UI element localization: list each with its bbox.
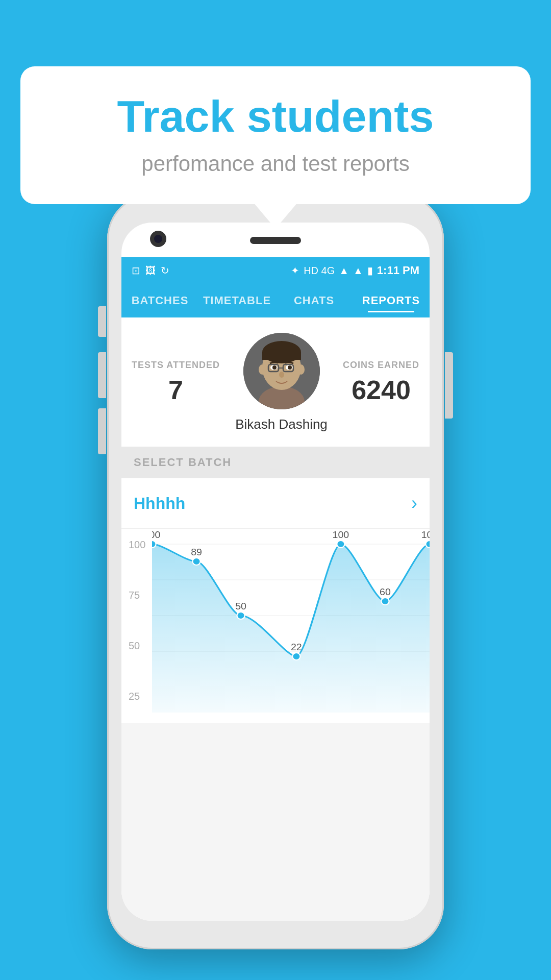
label-1: 89 xyxy=(191,547,202,557)
label-3: 22 xyxy=(291,642,302,652)
camera-lens xyxy=(154,235,162,243)
tooltip-card: Track students perfomance and test repor… xyxy=(20,66,531,204)
y-label-100: 100 xyxy=(129,539,145,551)
data-point-1 xyxy=(192,558,200,565)
svg-rect-4 xyxy=(262,352,301,360)
volume-down-button xyxy=(98,352,106,398)
status-icons-left: ⊡ 🖼 ↻ xyxy=(132,264,169,277)
tests-attended-value: 7 xyxy=(168,375,183,405)
phone-mockup: ⊡ 🖼 ↻ ✦ HD 4G ▲ ▲ ▮ 1:11 PM BATCHES TIME… xyxy=(107,194,444,949)
svg-point-10 xyxy=(288,365,292,370)
bluetooth-icon: ✦ xyxy=(291,264,299,277)
batch-item[interactable]: Hhhhh › xyxy=(121,478,430,529)
data-point-3 xyxy=(292,653,300,660)
tab-reports[interactable]: REPORTS xyxy=(353,289,430,312)
screen-content: TESTS ATTENDED 7 xyxy=(121,317,430,921)
network-label: HD 4G xyxy=(304,265,335,277)
power-button-left xyxy=(98,408,106,454)
tooltip-subtitle: perfomance and test reports xyxy=(51,152,500,176)
tab-timetable[interactable]: TIMETABLE xyxy=(198,289,276,312)
label-2: 50 xyxy=(235,601,246,611)
earpiece xyxy=(250,237,301,244)
battery-icon: ▮ xyxy=(367,264,373,277)
label-0: 100 xyxy=(152,530,160,540)
label-4: 100 xyxy=(333,530,349,540)
data-point-2 xyxy=(237,612,244,619)
status-time: 1:11 PM xyxy=(377,264,419,277)
svg-point-5 xyxy=(259,364,266,375)
y-label-75: 75 xyxy=(129,590,145,601)
profile-center: Bikash Dashing xyxy=(235,333,328,432)
data-point-0 xyxy=(152,541,156,548)
avatar-image xyxy=(243,333,320,409)
signal-icon-1: ▲ xyxy=(339,265,349,277)
select-batch-label: SELECT BATCH xyxy=(134,456,232,469)
svg-point-14 xyxy=(279,372,284,378)
svg-point-9 xyxy=(272,365,277,370)
chevron-right-icon: › xyxy=(411,493,417,514)
profile-name: Bikash Dashing xyxy=(235,416,328,432)
select-batch-header: SELECT BATCH xyxy=(121,447,430,478)
chart-fill xyxy=(152,544,430,713)
batch-name: Hhhhh xyxy=(134,494,185,513)
chart-area: 100 89 50 22 100 60 100 xyxy=(152,529,430,723)
app-icon-1: ⊡ xyxy=(132,264,140,277)
y-label-50: 50 xyxy=(129,640,145,652)
phone-screen: ⊡ 🖼 ↻ ✦ HD 4G ▲ ▲ ▮ 1:11 PM BATCHES TIME… xyxy=(121,223,430,921)
phone-body: ⊡ 🖼 ↻ ✦ HD 4G ▲ ▲ ▮ 1:11 PM BATCHES TIME… xyxy=(107,194,444,949)
chart-svg: 100 89 50 22 100 60 100 xyxy=(152,529,430,723)
data-point-6 xyxy=(425,541,430,548)
avatar xyxy=(243,333,320,409)
coins-earned-value: 6240 xyxy=(352,375,411,405)
chart-y-labels: 100 75 50 25 xyxy=(129,529,145,723)
app-icon-2: 🖼 xyxy=(145,265,156,277)
signal-icon-2: ▲ xyxy=(353,265,363,277)
tests-attended-stat: TESTS ATTENDED 7 xyxy=(132,360,220,405)
coins-earned-stat: COINS EARNED 6240 xyxy=(343,360,419,405)
tab-batches[interactable]: BATCHES xyxy=(121,289,198,312)
svg-point-6 xyxy=(297,364,305,375)
status-bar: ⊡ 🖼 ↻ ✦ HD 4G ▲ ▲ ▮ 1:11 PM xyxy=(121,257,430,284)
tooltip-title: Track students xyxy=(51,92,500,141)
tests-attended-label: TESTS ATTENDED xyxy=(132,360,220,371)
profile-section: TESTS ATTENDED 7 xyxy=(121,317,430,447)
volume-up-button xyxy=(98,306,106,337)
data-point-5 xyxy=(381,598,389,605)
nav-tabs: BATCHES TIMETABLE CHATS REPORTS xyxy=(121,284,430,317)
chart-section: 100 75 50 25 xyxy=(121,529,430,723)
y-label-25: 25 xyxy=(129,691,145,702)
front-camera xyxy=(150,231,166,247)
app-icon-3: ↻ xyxy=(161,264,169,277)
power-button-right xyxy=(445,352,453,419)
coins-earned-label: COINS EARNED xyxy=(343,360,419,371)
data-point-4 xyxy=(337,541,344,548)
label-6: 100 xyxy=(421,530,430,540)
status-icons-right: ✦ HD 4G ▲ ▲ ▮ 1:11 PM xyxy=(291,264,419,277)
tab-chats[interactable]: CHATS xyxy=(276,289,353,312)
label-5: 60 xyxy=(380,587,391,597)
